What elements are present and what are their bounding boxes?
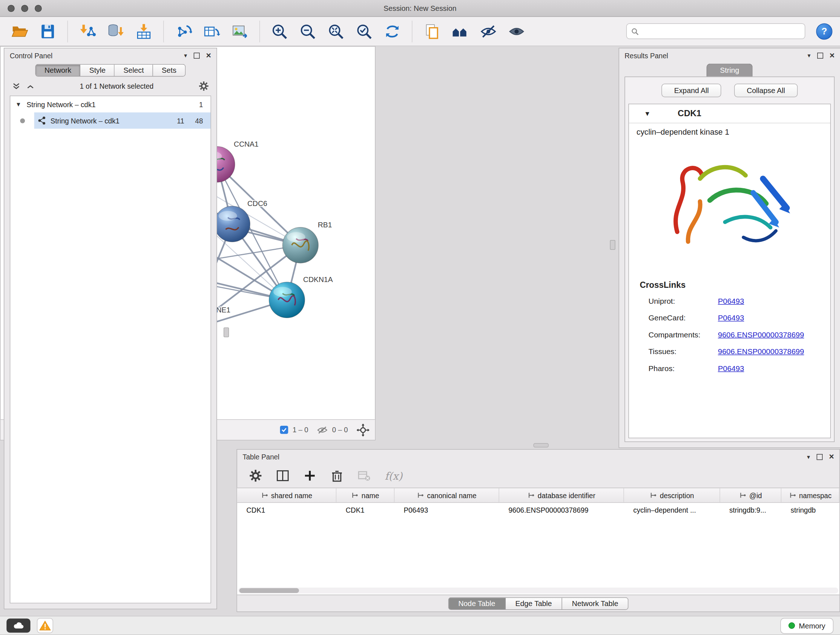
tab-style[interactable]: Style <box>81 65 115 76</box>
add-column-plus-icon[interactable] <box>303 469 317 482</box>
crosslink-row: Pharos: P06493 <box>629 359 831 377</box>
collapse-all-button[interactable]: Collapse All <box>734 84 798 97</box>
import-network-file-button[interactable] <box>76 20 99 43</box>
cell-namespace[interactable]: stringdb <box>782 503 840 518</box>
column-header-shared-name[interactable]: shared name <box>237 488 337 502</box>
zoom-fit-button[interactable] <box>324 20 348 43</box>
network-tree: ▼ String Network – cdk1 1 String Network… <box>10 96 211 603</box>
disclosure-triangle-icon[interactable]: ▼ <box>11 101 27 108</box>
crosslink-genecard-link[interactable]: P06493 <box>718 313 744 322</box>
tab-select[interactable]: Select <box>115 65 153 76</box>
zoom-out-button[interactable] <box>296 20 320 43</box>
disclosure-triangle-icon[interactable]: ▼ <box>644 110 651 117</box>
string-results-box: Expand All Collapse All ▼ CDK1 cyclin–de… <box>625 77 835 442</box>
network-node-rb1[interactable] <box>283 227 318 263</box>
tab-node-table[interactable]: Node Table <box>448 598 506 609</box>
collapse-panel-icon[interactable]: ▾ <box>184 52 187 59</box>
memory-button[interactable]: Memory <box>780 618 834 634</box>
documents-icon <box>423 22 441 40</box>
graphics-details-button[interactable] <box>448 20 472 43</box>
network-row[interactable]: String Network – cdk1 11 48 <box>11 112 211 129</box>
zoom-selected-icon <box>355 22 373 40</box>
column-header-database-identifier[interactable]: database identifier <box>499 488 624 502</box>
crosslink-pharos-link[interactable]: P06493 <box>718 363 744 372</box>
node-table[interactable]: shared name name canonical name database… <box>237 488 840 595</box>
crosslink-tissues-link[interactable]: 9606.ENSP00000378699 <box>718 347 804 356</box>
column-header-name[interactable]: name <box>336 488 395 502</box>
left-splitter-handle[interactable] <box>224 328 229 337</box>
close-panel-icon[interactable]: × <box>829 453 834 461</box>
help-button[interactable]: ? <box>816 23 832 40</box>
float-panel-icon[interactable] <box>194 52 200 59</box>
node-table-header-row: shared name name canonical name database… <box>237 488 840 503</box>
gene-section-header[interactable]: ▼ CDK1 <box>629 104 831 124</box>
right-splitter-handle[interactable] <box>610 240 615 250</box>
selected-nodes-checkbox-icon[interactable] <box>280 426 288 434</box>
float-panel-icon[interactable] <box>817 52 823 59</box>
column-type-icon <box>739 492 746 499</box>
close-panel-icon[interactable]: × <box>206 51 211 60</box>
node-label-cdkn1a: CDKN1A <box>303 276 333 283</box>
expand-all-button[interactable]: Expand All <box>662 84 722 97</box>
network-node-cdc6[interactable] <box>214 206 250 242</box>
cell-name[interactable]: CDK1 <box>336 503 395 518</box>
copy-document-button[interactable] <box>420 20 444 43</box>
import-network-database-button[interactable] <box>104 20 128 43</box>
search-input[interactable] <box>642 27 801 36</box>
node-table-row[interactable]: CDK1 CDK1 P06493 9606.ENSP00000378699 cy… <box>237 503 840 518</box>
zoom-selected-button[interactable] <box>352 20 376 43</box>
show-details-button[interactable] <box>505 20 529 43</box>
hide-details-button[interactable] <box>477 20 500 43</box>
float-panel-icon[interactable] <box>816 454 823 460</box>
tab-network[interactable]: Network <box>36 65 81 76</box>
tab-string[interactable]: String <box>706 64 753 77</box>
export-network-icon <box>175 22 192 40</box>
close-panel-icon[interactable]: × <box>829 51 835 60</box>
crosshair-icon[interactable] <box>357 423 370 436</box>
cell-description[interactable]: cyclin–dependent ... <box>624 503 720 518</box>
crosslink-compartments-link[interactable]: 9606.ENSP00000378699 <box>718 330 804 339</box>
zoom-in-button[interactable] <box>268 20 292 43</box>
expand-all-icon[interactable] <box>26 82 35 90</box>
show-columns-icon[interactable] <box>276 469 289 482</box>
tab-network-table[interactable]: Network Table <box>562 598 628 609</box>
import-table-button[interactable] <box>132 20 156 43</box>
open-session-button[interactable] <box>8 20 32 43</box>
search-field[interactable] <box>626 24 805 40</box>
network-row-selected[interactable]: String Network – cdk1 11 48 <box>34 112 211 129</box>
cell-shared-name[interactable]: CDK1 <box>237 503 337 518</box>
cell-database-identifier[interactable]: 9606.ENSP00000378699 <box>499 503 624 518</box>
cloud-button[interactable] <box>6 619 30 633</box>
table-panel-header: Table Panel ▾ × <box>237 450 840 464</box>
bottom-splitter-handle[interactable] <box>534 443 549 448</box>
column-header-id[interactable]: @id <box>720 488 782 502</box>
column-header-canonical-name[interactable]: canonical name <box>395 488 500 502</box>
network-node-cdkn1a[interactable] <box>269 282 305 318</box>
tab-edge-table[interactable]: Edge Table <box>506 598 562 609</box>
cell-id[interactable]: stringdb:9... <box>720 503 782 518</box>
export-image-button[interactable] <box>228 20 252 43</box>
scrollbar-thumb[interactable] <box>240 588 299 593</box>
column-header-description[interactable]: description <box>624 488 720 502</box>
tab-sets[interactable]: Sets <box>153 65 185 76</box>
collapse-all-icon[interactable] <box>12 82 21 90</box>
collapse-panel-icon[interactable]: ▾ <box>807 52 810 59</box>
table-settings-gear-icon[interactable] <box>249 469 262 482</box>
apply-layout-button[interactable] <box>381 20 404 43</box>
network-collection-row[interactable]: ▼ String Network – cdk1 1 <box>11 96 211 112</box>
database-icon <box>107 22 125 40</box>
cell-canonical-name[interactable]: P06493 <box>395 503 500 518</box>
delete-column-trash-icon[interactable] <box>331 469 344 482</box>
column-header-namespace[interactable]: namespac <box>782 488 840 502</box>
export-table-button[interactable] <box>200 20 224 43</box>
save-session-button[interactable] <box>36 20 60 43</box>
crosslink-uniprot-link[interactable]: P06493 <box>718 296 744 305</box>
crosslink-label: GeneCard: <box>649 313 718 322</box>
horizontal-scrollbar[interactable] <box>238 587 838 594</box>
export-network-button[interactable] <box>172 20 195 43</box>
gear-icon[interactable] <box>199 81 209 92</box>
control-panel-tabs: Network Style Select Sets <box>4 64 217 77</box>
crosslink-label: Compartments: <box>649 330 718 339</box>
collapse-panel-icon[interactable]: ▾ <box>807 453 810 461</box>
warning-button[interactable] <box>37 618 53 633</box>
